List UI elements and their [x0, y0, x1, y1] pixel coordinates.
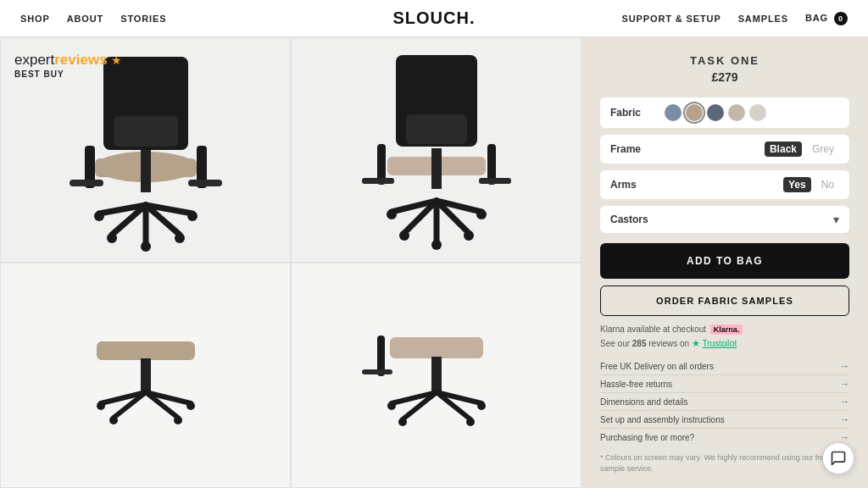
svg-point-44 [174, 416, 182, 424]
bag-count: 0 [834, 12, 848, 25]
product-price: £279 [600, 70, 849, 84]
fabric-option-row: Fabric [600, 97, 849, 128]
svg-rect-22 [431, 148, 442, 189]
svg-point-34 [431, 240, 442, 250]
expert-reviews-brand: expert [14, 52, 54, 68]
svg-point-55 [398, 418, 407, 426]
svg-point-14 [107, 233, 117, 243]
nav-bag[interactable]: BAG 0 [805, 12, 848, 25]
site-logo[interactable]: SLOUCH. [393, 8, 476, 28]
frame-black-btn[interactable]: Black [765, 141, 802, 157]
product-image-2 [291, 37, 581, 263]
info-link-dimensions[interactable]: Dimensions and details → [600, 393, 849, 411]
arrow-icon-bulk: → [840, 432, 849, 442]
arrow-icon-delivery: → [840, 361, 849, 371]
star-icon: ★ [111, 53, 122, 67]
header: SHOP ABOUT STORIES SLOUCH. SUPPORT & SET… [0, 0, 868, 37]
info-links-list: Free UK Delivery on all orders → Hassle-… [600, 358, 849, 446]
klarna-badge: Klarna. [710, 324, 743, 335]
product-config-panel: TASK ONE £279 Fabric Frame Black Grey Ar… [581, 37, 868, 488]
info-link-delivery[interactable]: Free UK Delivery on all orders → [600, 358, 849, 375]
svg-rect-38 [141, 358, 151, 392]
product-title: TASK ONE [600, 54, 849, 67]
info-link-bulk-label: Purchasing five or more? [600, 433, 694, 442]
product-image-1: expertreviews ★ BEST BUY [0, 37, 291, 263]
arrow-icon-returns: → [840, 379, 849, 389]
info-link-returns-label: Hassle-free returns [600, 380, 672, 389]
nav-about[interactable]: ABOUT [67, 14, 104, 24]
svg-point-32 [399, 230, 409, 241]
castors-label: Castors [610, 214, 648, 225]
arms-option-row: Arms Yes No [600, 170, 849, 199]
trustpilot-count: 285 [632, 339, 647, 348]
arms-label: Arms [610, 179, 661, 191]
info-link-returns[interactable]: Hassle-free returns → [600, 375, 849, 393]
svg-point-15 [175, 233, 185, 243]
arms-yes-btn[interactable]: Yes [783, 177, 811, 192]
svg-rect-26 [479, 178, 511, 184]
svg-rect-8 [188, 180, 222, 186]
svg-point-46 [186, 402, 195, 410]
nav-support[interactable]: SUPPORT & SETUP [622, 14, 721, 24]
arms-no-btn[interactable]: No [816, 177, 839, 192]
add-to-bag-button[interactable]: ADD TO BAG [600, 243, 849, 279]
arms-options: Yes No [783, 177, 839, 192]
order-samples-button[interactable]: ORDER FABRIC SAMPLES [600, 286, 849, 316]
nav-samples[interactable]: SAMPLES [738, 14, 788, 24]
swatch-tan[interactable] [686, 104, 703, 121]
product-image-4 [291, 263, 581, 488]
frame-grey-btn[interactable]: Grey [807, 141, 839, 157]
chat-icon [830, 450, 847, 467]
chair-svg-3 [53, 308, 239, 443]
svg-rect-6 [70, 180, 103, 186]
info-link-assembly[interactable]: Set up and assembly instructions → [600, 411, 849, 429]
svg-rect-24 [362, 178, 394, 184]
nav-stories[interactable]: STORIES [120, 14, 166, 24]
trustpilot-star-icon: ★ [692, 338, 700, 348]
main-content: expertreviews ★ BEST BUY [0, 37, 868, 488]
svg-point-16 [141, 241, 151, 252]
svg-rect-48 [431, 357, 442, 392]
svg-rect-4 [141, 150, 151, 192]
svg-point-36 [476, 209, 487, 219]
svg-rect-37 [97, 341, 195, 360]
expert-reviews-badge: expertreviews ★ BEST BUY [14, 52, 122, 79]
product-image-grid: expertreviews ★ BEST BUY [0, 37, 581, 488]
trustpilot-link[interactable]: Trustpilot [702, 339, 737, 348]
svg-point-18 [187, 211, 198, 221]
arrow-icon-assembly: → [840, 414, 849, 424]
expert-reviews-brand2: reviews [54, 52, 107, 68]
swatch-darkblue[interactable] [707, 104, 724, 121]
svg-point-45 [97, 402, 105, 410]
trustpilot-text: See our [600, 339, 630, 348]
info-link-dimensions-label: Dimensions and details [600, 397, 687, 407]
svg-point-43 [109, 416, 118, 424]
klarna-info: Klarna available at checkout Klarna. [600, 324, 849, 335]
trustpilot-mid: reviews on [648, 339, 689, 348]
nav-right: SUPPORT & SETUP SAMPLES BAG 0 [622, 12, 848, 25]
swatch-blue[interactable] [665, 104, 682, 121]
fabric-label: Fabric [610, 107, 661, 119]
castors-option-row[interactable]: Castors ▾ [600, 206, 849, 233]
svg-rect-1 [114, 116, 178, 147]
expert-reviews-sub: BEST BUY [14, 69, 122, 79]
svg-point-58 [477, 402, 486, 410]
klarna-text: Klarna available at checkout [600, 324, 706, 334]
frame-options: Black Grey [765, 141, 839, 157]
chat-button[interactable] [822, 442, 854, 474]
info-link-delivery-label: Free UK Delivery on all orders [600, 362, 714, 371]
svg-point-57 [387, 402, 396, 410]
arrow-icon-dimensions: → [840, 396, 849, 407]
svg-rect-47 [390, 337, 483, 358]
chair-svg-2 [343, 37, 530, 263]
nav-shop[interactable]: SHOP [20, 14, 50, 24]
svg-point-33 [464, 230, 474, 241]
trustpilot-info: See our 285 reviews on ★ Trustpilot [600, 338, 849, 349]
swatch-cream[interactable] [749, 104, 766, 121]
colour-disclaimer: * Colours on screen may vary. We highly … [600, 452, 849, 474]
svg-rect-50 [362, 369, 392, 374]
svg-point-56 [466, 418, 475, 426]
swatch-lighttan[interactable] [728, 104, 745, 121]
info-link-bulk[interactable]: Purchasing five or more? → [600, 429, 849, 446]
product-image-3 [0, 263, 291, 488]
